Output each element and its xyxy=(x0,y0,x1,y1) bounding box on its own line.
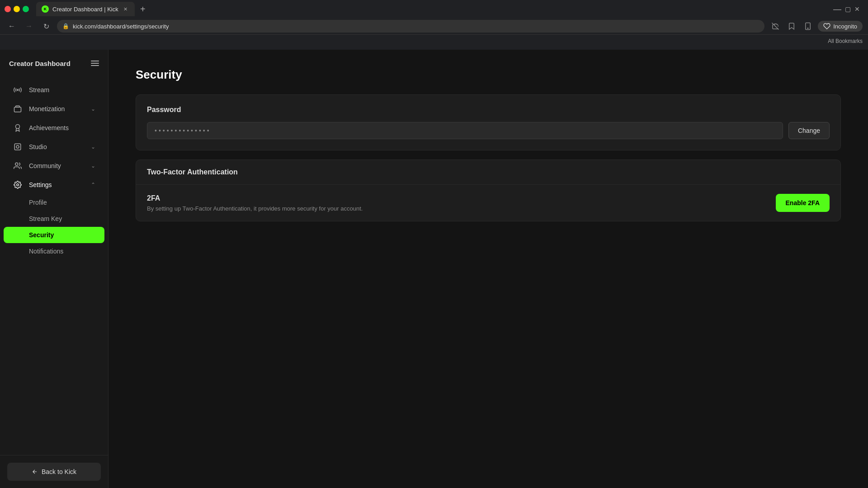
active-tab[interactable]: K Creator Dashboard | Kick ✕ xyxy=(36,2,135,16)
monetization-label: Monetization xyxy=(29,105,85,113)
svg-point-3 xyxy=(17,89,19,91)
achievements-label: Achievements xyxy=(29,124,95,131)
password-section: Password Change xyxy=(136,94,841,150)
svg-point-7 xyxy=(16,145,19,148)
tablet-mode-icon[interactable] xyxy=(802,20,814,33)
svg-point-9 xyxy=(17,184,19,186)
password-row: Change xyxy=(147,122,830,139)
two-fa-row: 2FA By setting up Two-Factor Authenticat… xyxy=(136,185,840,221)
sidebar-subitem-notifications[interactable]: Notifications xyxy=(4,243,104,259)
lock-icon: 🔒 xyxy=(62,23,69,29)
sidebar-item-monetization[interactable]: Monetization ⌄ xyxy=(4,99,104,118)
url-text: kick.com/dashboard/settings/security xyxy=(73,23,759,30)
back-arrow-icon xyxy=(32,469,38,475)
window-minimize-btn[interactable]: — xyxy=(833,5,841,14)
sidebar-title: Creator Dashboard xyxy=(9,60,71,67)
sidebar-footer: Back to Kick xyxy=(0,455,108,488)
tab-close-button[interactable]: ✕ xyxy=(122,5,129,13)
password-section-title: Password xyxy=(147,106,830,114)
all-bookmarks-label: All Bookmarks xyxy=(828,38,863,44)
two-fa-label: 2FA xyxy=(147,194,769,202)
tab-title: Creator Dashboard | Kick xyxy=(52,6,118,13)
reload-button[interactable]: ↻ xyxy=(40,20,52,33)
sidebar-item-stream[interactable]: Stream xyxy=(4,80,104,99)
sidebar-item-studio[interactable]: Studio ⌄ xyxy=(4,137,104,156)
studio-label: Studio xyxy=(29,143,85,150)
notifications-label: Notifications xyxy=(29,248,63,255)
forward-button[interactable]: → xyxy=(23,20,35,33)
sidebar-item-settings[interactable]: Settings ⌃ xyxy=(4,175,104,194)
tab-favicon: K xyxy=(42,5,49,13)
maximize-button[interactable] xyxy=(23,6,29,12)
back-to-kick-label: Back to Kick xyxy=(42,468,76,475)
settings-label: Settings xyxy=(29,181,85,188)
title-bar: K Creator Dashboard | Kick ✕ + — ▢ ✕ xyxy=(0,0,868,18)
monetization-icon xyxy=(13,105,23,113)
community-label: Community xyxy=(29,162,85,169)
monetization-arrow-icon: ⌄ xyxy=(91,106,95,112)
sidebar-subitem-profile[interactable]: Profile xyxy=(4,194,104,211)
studio-arrow-icon: ⌄ xyxy=(91,144,95,150)
page-title: Security xyxy=(136,68,841,82)
new-tab-button[interactable]: + xyxy=(137,3,149,15)
svg-rect-6 xyxy=(14,144,21,150)
window-restore-btn[interactable]: ▢ xyxy=(845,5,851,13)
enable-2fa-label: Enable 2FA xyxy=(786,199,820,206)
stream-label: Stream xyxy=(29,86,95,94)
security-label: Security xyxy=(29,231,54,239)
minimize-button[interactable] xyxy=(14,6,20,12)
achievements-icon xyxy=(13,124,23,132)
change-password-button[interactable]: Change xyxy=(788,122,830,139)
stream-key-label: Stream Key xyxy=(29,215,62,222)
address-bar-row: ← → ↻ 🔒 kick.com/dashboard/settings/secu… xyxy=(0,18,868,34)
main-content: Security Password Change Two-Factor Auth… xyxy=(108,50,868,488)
window-close-btn[interactable]: ✕ xyxy=(854,5,860,13)
two-fa-info: 2FA By setting up Two-Factor Authenticat… xyxy=(147,194,769,212)
svg-point-5 xyxy=(16,125,20,129)
svg-point-2 xyxy=(807,28,808,29)
close-button[interactable] xyxy=(5,6,11,12)
enable-2fa-button[interactable]: Enable 2FA xyxy=(776,194,830,212)
camera-blocked-icon[interactable] xyxy=(769,20,782,33)
sidebar: Creator Dashboard Stream xyxy=(0,50,108,488)
community-icon xyxy=(13,162,23,170)
two-fa-section: Two-Factor Authentication 2FA By setting… xyxy=(136,160,841,221)
stream-icon xyxy=(13,86,23,94)
sidebar-item-community[interactable]: Community ⌄ xyxy=(4,156,104,175)
bookmarks-bar: All Bookmarks xyxy=(0,34,868,47)
settings-icon xyxy=(13,181,23,189)
sidebar-header: Creator Dashboard xyxy=(0,50,108,77)
window-controls xyxy=(5,6,29,12)
two-fa-description: By setting up Two-Factor Authentication,… xyxy=(147,205,769,212)
sidebar-toggle-button[interactable] xyxy=(91,61,99,66)
sidebar-subitem-stream-key[interactable]: Stream Key xyxy=(4,211,104,227)
incognito-label: Incognito xyxy=(833,23,857,30)
svg-rect-4 xyxy=(14,107,21,112)
profile-label: Profile xyxy=(29,199,47,206)
address-bar[interactable]: 🔒 kick.com/dashboard/settings/security xyxy=(57,20,764,33)
bookmark-icon[interactable] xyxy=(785,20,798,33)
studio-icon xyxy=(13,143,23,151)
main-layout: Creator Dashboard Stream xyxy=(0,50,868,488)
community-arrow-icon: ⌄ xyxy=(91,163,95,169)
change-button-label: Change xyxy=(798,127,820,134)
sidebar-item-achievements[interactable]: Achievements xyxy=(4,118,104,137)
incognito-button[interactable]: Incognito xyxy=(818,21,863,32)
toolbar-icons: Incognito xyxy=(769,20,863,33)
svg-point-8 xyxy=(15,163,18,165)
password-input[interactable] xyxy=(147,122,783,139)
tab-bar: K Creator Dashboard | Kick ✕ + xyxy=(33,0,830,18)
settings-arrow-icon: ⌃ xyxy=(91,182,95,188)
back-button[interactable]: ← xyxy=(5,20,18,33)
two-fa-header: Two-Factor Authentication xyxy=(136,160,840,185)
back-to-kick-button[interactable]: Back to Kick xyxy=(7,463,101,481)
browser-chrome: K Creator Dashboard | Kick ✕ + — ▢ ✕ ← →… xyxy=(0,0,868,50)
sidebar-nav: Stream Monetization ⌄ xyxy=(0,77,108,455)
sidebar-subitem-security[interactable]: Security xyxy=(4,227,104,243)
